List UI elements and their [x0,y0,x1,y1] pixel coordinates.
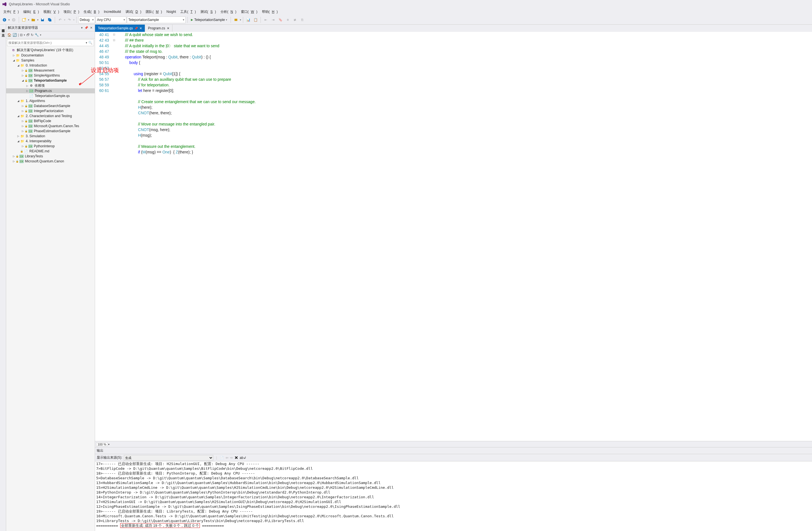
nav-back-button[interactable] [1,16,8,23]
solution-search-box[interactable]: ▾ 🔍 [7,40,94,46]
tree-item[interactable]: 📄TeleportationSample.qs [6,93,95,98]
editor-tabs: TeleportationSample.qs📌✕Program.cs✕ [95,25,812,32]
vs-logo-icon [2,2,7,6]
tree-item[interactable]: ▷⚙依赖项 [6,83,95,88]
menu-item[interactable]: 工具(T) [178,9,198,15]
platform-dropdown[interactable]: Any CPU [96,16,126,23]
home-icon[interactable]: 🏠 [7,33,12,37]
side-tab[interactable]: 工具箱 [0,29,6,34]
output-title: 输出 [97,448,103,453]
undo-button: ↶ [57,16,63,23]
format-button: ⎘ [299,16,305,23]
solution-explorer-title: 解决方案资源管理器 [8,26,38,30]
tool-button-3[interactable]: 📋 [252,16,259,23]
menu-item[interactable]: 视图(V) [41,9,61,15]
save-all-button[interactable] [46,16,53,23]
menu-item[interactable]: Incredibuild [101,9,123,14]
output-btn-2: ⇦ [226,456,228,460]
menu-item[interactable]: Nsight [164,9,178,14]
tree-item[interactable]: ▷C#Program.cs [6,88,95,93]
solution-search-input[interactable] [9,41,86,44]
bookmark-button: 🔖 [277,16,284,23]
panel-dropdown-icon[interactable]: ▾ [81,26,83,30]
fold-gutter[interactable]: ⊟ ⊟ [112,32,116,441]
menu-item[interactable]: 生成(B) [81,9,101,15]
output-text[interactable]: 17>------ 已启动全部重新生成: 项目: H2SimulationGUI… [95,461,812,531]
window-title: QsharpLibraries - Microsoft Visual Studi… [9,2,70,6]
output-source-dropdown[interactable]: 生成 [124,455,213,460]
tree-item[interactable]: ▷🔒C#BitFlipCode [6,118,95,123]
output-source-label: 显示输出来源(S): [97,455,122,460]
output-btn-1: 📄 [220,456,224,460]
tree-item[interactable]: ▷🔒C#Microsoft.Quantum.Canon [6,159,95,164]
play-icon: ▶ [191,18,193,21]
menu-item[interactable]: 测试(S) [198,9,218,15]
tree-item[interactable]: ◢📁4. Interoperability [6,138,95,144]
line-gutter: 40 41 42 43 44 45 46 47 48 49 50 51 52 5… [95,32,112,441]
collapse-icon[interactable]: ⊟ [20,33,23,37]
menu-item[interactable]: 调试(D) [123,9,144,15]
menu-item[interactable]: 团队(M) [143,9,164,15]
solution-tree[interactable]: ⧉解决方案'QsharpLibraries' (19 个项目)▷📁Documen… [6,47,95,531]
tree-item[interactable]: ▷🔒C#LibraryTests [6,154,95,159]
svg-point-1 [12,18,15,21]
start-debug-button[interactable]: ▶ TeleportationSample ▾ [189,16,229,23]
tree-item[interactable]: ▷🔒C#PhaseEstimationSample [6,129,95,134]
svg-point-0 [3,18,6,21]
tool-button-1[interactable] [233,16,239,23]
code-editor[interactable]: 40 41 42 43 44 45 46 47 48 49 50 51 52 5… [95,32,812,441]
sync-icon[interactable]: 🔄 [13,33,17,37]
svg-point-3 [24,18,26,19]
editor-tab[interactable]: Program.cs✕ [145,25,172,32]
config-dropdown[interactable]: Debug [78,16,95,23]
refresh-icon[interactable]: ↻ [31,33,33,37]
show-all-icon[interactable]: 🗗 [26,33,30,37]
menu-item[interactable]: 帮助(H) [260,9,280,15]
output-btn-3: ⇨ [230,456,233,460]
menu-item[interactable]: 分析(N) [218,9,239,15]
side-tab[interactable]: 服务器资源管理器 [0,25,6,29]
new-project-button[interactable] [21,16,27,23]
tree-item[interactable]: ▷📁Documentation [6,53,95,58]
tree-item[interactable]: ◢📁2. Characterization and Testing [6,114,95,118]
tree-item[interactable]: ⧉解决方案'QsharpLibraries' (19 个项目) [6,47,95,53]
open-file-button[interactable] [30,16,37,23]
indent-left-button: ⇤ [262,16,269,23]
menu-item[interactable]: 项目(P) [61,9,81,15]
search-dropdown-icon[interactable]: ▾ [86,41,87,44]
nav-forward-button [10,16,17,23]
tree-item[interactable]: ▷🔒C#PythonInterop [6,144,95,149]
tree-item[interactable]: 🔒📄README.md [6,149,95,154]
tree-item[interactable]: ▷🔒C#Measurement [6,68,95,73]
tree-item[interactable]: ▷📁3. Simulation [6,134,95,138]
code-content[interactable]: /// A qubit whose state we wish to send.… [116,32,812,441]
indent-right-button: ⇥ [270,16,276,23]
solution-toolbar: 🏠 🔄 | ⊟ ▾ 🗗 ↻ 🔧 ▾ [6,31,95,39]
menu-item[interactable]: 文件(F) [1,9,21,15]
tree-item[interactable]: ▷🔒C#IntegerFactorization [6,108,95,114]
tree-item[interactable]: ◢📁0. Introduction [6,63,95,68]
menu-item[interactable]: 窗口(W) [239,9,260,15]
zoom-dropdown[interactable]: 100 % [96,442,107,446]
editor-tab[interactable]: TeleportationSample.qs📌✕ [95,25,145,32]
tree-item[interactable]: ◢📁1. Algorithms [6,98,95,103]
menu-item[interactable]: 编辑(E) [21,9,41,15]
comment-button: ≡ [284,16,291,23]
properties-icon[interactable]: 🔧 [35,33,39,37]
panel-pin-icon[interactable]: 📌 [84,26,89,30]
tool-button-2[interactable]: 📊 [245,16,251,23]
startup-dropdown[interactable]: TeleportationSample [127,16,186,23]
tree-item[interactable]: ◢📁Samples [6,58,95,63]
output-panel: 输出 显示输出来源(S): 生成 | 📄 ⇦ ⇨ 🗙 ab↲ 17>------… [95,447,812,531]
svg-rect-5 [234,19,237,21]
output-wrap-button[interactable]: ab↲ [240,456,246,460]
tree-item[interactable]: ▷🔒C#Microsoft.Quantum.Canon.Tes [6,123,95,129]
tree-item[interactable]: ▷🔒C#SimpleAlgorithms [6,73,95,78]
save-button[interactable] [39,16,46,23]
panel-close-icon[interactable]: ✕ [89,26,93,30]
output-clear-button[interactable]: 🗙 [234,456,238,460]
tree-item[interactable]: ▷🔒C#DatabaseSearchSample [6,103,95,108]
search-icon[interactable]: 🔍 [88,41,92,45]
redo-button: ↷ [66,16,73,23]
tree-item[interactable]: ◢🔒C#TeleportationSample [6,78,95,83]
